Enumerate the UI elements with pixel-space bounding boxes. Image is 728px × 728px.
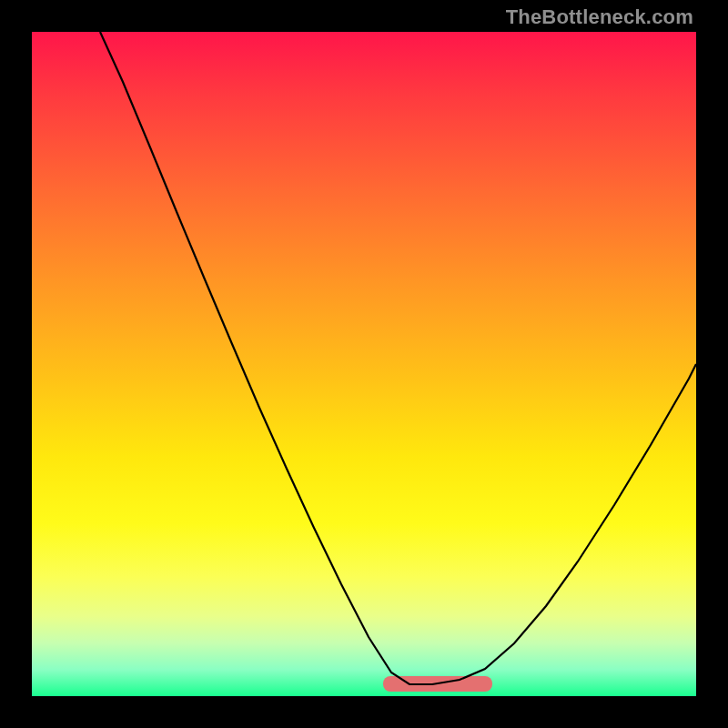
watermark-text: TheBottleneck.com [506,5,693,29]
curve-svg [32,32,696,696]
chart-frame: TheBottleneck.com [0,0,728,728]
plot-area [32,32,696,696]
bottleneck-curve [100,32,696,684]
